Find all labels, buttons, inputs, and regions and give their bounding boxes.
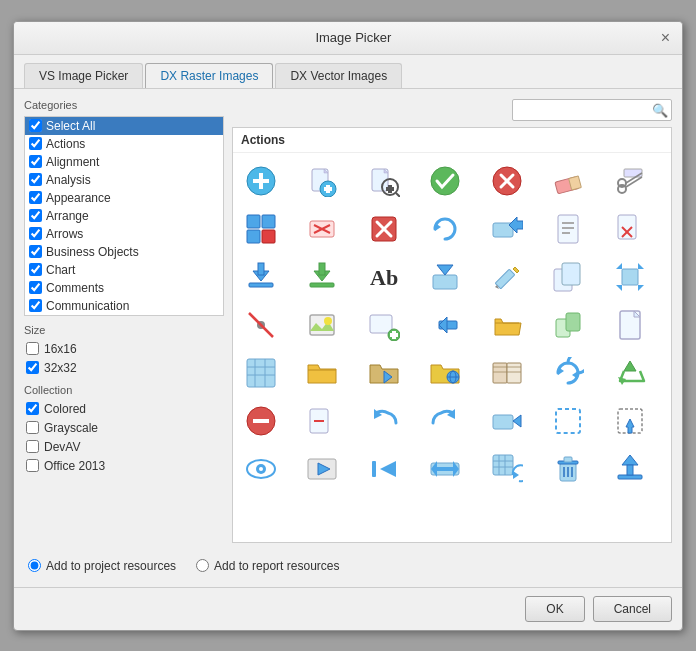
icon-eye-view[interactable]: [239, 447, 283, 491]
icon-eraser[interactable]: [546, 159, 590, 203]
icon-pencil-edit[interactable]: [485, 255, 529, 299]
icon-arrow-left[interactable]: [423, 303, 467, 347]
categories-list[interactable]: Select All Actions Alignment Analys: [24, 116, 224, 316]
icon-copy-docs[interactable]: [546, 255, 590, 299]
svg-rect-48: [310, 283, 334, 287]
category-checkbox-arrange[interactable]: [29, 209, 42, 222]
icon-dashed-rect[interactable]: [546, 399, 590, 443]
icon-document-lines[interactable]: [546, 207, 590, 251]
icon-download-box[interactable]: [423, 255, 467, 299]
icon-text-ab[interactable]: Ab: [362, 255, 406, 299]
icon-arrows-lr[interactable]: [423, 447, 467, 491]
collection-devav-item[interactable]: DevAV: [24, 439, 224, 455]
icon-cut-scissors[interactable]: [608, 159, 652, 203]
category-checkbox-chart[interactable]: [29, 263, 42, 276]
category-item-arrange[interactable]: Arrange: [25, 207, 223, 225]
icon-refresh[interactable]: [423, 207, 467, 251]
close-button[interactable]: ×: [661, 30, 670, 46]
size-32x32-checkbox[interactable]: [26, 361, 39, 374]
icon-grid-refresh[interactable]: [485, 447, 529, 491]
icons-grid-wrapper[interactable]: Ab: [233, 153, 671, 542]
tab-dx-vector-images[interactable]: DX Vector Images: [275, 63, 402, 88]
icon-minus-remove[interactable]: [239, 399, 283, 443]
icon-recycle-green[interactable]: [608, 351, 652, 395]
icon-image-frame[interactable]: [300, 303, 344, 347]
category-checkbox-communication[interactable]: [29, 299, 42, 312]
radio-report-resources[interactable]: Add to report resources: [196, 559, 339, 573]
icon-add-image[interactable]: [362, 303, 406, 347]
icon-skip-prev[interactable]: [362, 447, 406, 491]
icon-grid-blue[interactable]: [239, 207, 283, 251]
icon-redo[interactable]: [423, 399, 467, 443]
icon-document-x[interactable]: [608, 207, 652, 251]
category-item-alignment[interactable]: Alignment: [25, 153, 223, 171]
icon-folder-arrow[interactable]: [362, 351, 406, 395]
collection-grayscale-checkbox[interactable]: [26, 421, 39, 434]
category-item-actions[interactable]: Actions: [25, 135, 223, 153]
icon-download-green[interactable]: [300, 255, 344, 299]
size-16x16-item[interactable]: 16x16: [24, 341, 224, 357]
category-item-chart[interactable]: Chart: [25, 261, 223, 279]
radio-project-resources[interactable]: Add to project resources: [28, 559, 176, 573]
category-item-select-all[interactable]: Select All: [25, 117, 223, 135]
icon-export-arrow[interactable]: [485, 207, 529, 251]
category-checkbox-actions[interactable]: [29, 137, 42, 150]
tab-dx-raster-images[interactable]: DX Raster Images: [145, 63, 273, 88]
category-checkbox-select-all[interactable]: [29, 119, 42, 132]
icon-play-frame[interactable]: [300, 447, 344, 491]
search-input[interactable]: [512, 99, 672, 121]
icon-upload[interactable]: [608, 447, 652, 491]
category-checkbox-analysis[interactable]: [29, 173, 42, 186]
category-item-conditional-formatting[interactable]: Conditional Formatting: [25, 315, 223, 316]
icon-folder-open-yellow[interactable]: [485, 303, 529, 347]
icon-document-blank[interactable]: [608, 303, 652, 347]
icon-trash[interactable]: [546, 447, 590, 491]
search-icon[interactable]: 🔍: [652, 102, 668, 117]
icon-download-arrow[interactable]: [239, 255, 283, 299]
icon-undo[interactable]: [362, 399, 406, 443]
icon-x-red[interactable]: [362, 207, 406, 251]
size-16x16-checkbox[interactable]: [26, 342, 39, 355]
category-item-analysis[interactable]: Analysis: [25, 171, 223, 189]
icon-close-circle[interactable]: [485, 159, 529, 203]
size-32x32-item[interactable]: 32x32: [24, 360, 224, 376]
category-item-comments[interactable]: Comments: [25, 279, 223, 297]
collection-colored-item[interactable]: Colored: [24, 401, 224, 417]
icon-refresh-blue[interactable]: [546, 351, 590, 395]
radio-report-input[interactable]: [196, 559, 209, 572]
category-item-communication[interactable]: Communication: [25, 297, 223, 315]
icon-add-circle[interactable]: [239, 159, 283, 203]
icon-zoom-in-document[interactable]: [362, 159, 406, 203]
collection-office2013-checkbox[interactable]: [26, 459, 39, 472]
collection-devav-checkbox[interactable]: [26, 440, 39, 453]
radio-project-input[interactable]: [28, 559, 41, 572]
collection-office2013-item[interactable]: Office 2013: [24, 458, 224, 474]
icon-book-open[interactable]: [485, 351, 529, 395]
ok-button[interactable]: OK: [525, 596, 584, 622]
icon-expand-arrows[interactable]: [608, 255, 652, 299]
category-item-business-objects[interactable]: Business Objects: [25, 243, 223, 261]
icon-copy-green[interactable]: [546, 303, 590, 347]
category-checkbox-appearance[interactable]: [29, 191, 42, 204]
cancel-button[interactable]: Cancel: [593, 596, 672, 622]
category-checkbox-alignment[interactable]: [29, 155, 42, 168]
icon-folder-globe[interactable]: [423, 351, 467, 395]
category-item-appearance[interactable]: Appearance: [25, 189, 223, 207]
collection-colored-checkbox[interactable]: [26, 402, 39, 415]
icon-folder-yellow[interactable]: [300, 351, 344, 395]
icon-document-minus[interactable]: [300, 399, 344, 443]
icon-checkmark-circle[interactable]: [423, 159, 467, 203]
collection-grayscale-item[interactable]: Grayscale: [24, 420, 224, 436]
icon-add-document[interactable]: [300, 159, 344, 203]
tab-vs-image-picker[interactable]: VS Image Picker: [24, 63, 143, 88]
search-input-wrapper: 🔍: [512, 99, 672, 121]
category-checkbox-business-objects[interactable]: [29, 245, 42, 258]
category-checkbox-comments[interactable]: [29, 281, 42, 294]
category-checkbox-arrows[interactable]: [29, 227, 42, 240]
icon-grid-table[interactable]: [239, 351, 283, 395]
category-item-arrows[interactable]: Arrows: [25, 225, 223, 243]
icon-export-right[interactable]: [485, 399, 529, 443]
icon-cursor-select[interactable]: [608, 399, 652, 443]
icon-eye-strikethrough[interactable]: [239, 303, 283, 347]
icon-cut-red[interactable]: [300, 207, 344, 251]
